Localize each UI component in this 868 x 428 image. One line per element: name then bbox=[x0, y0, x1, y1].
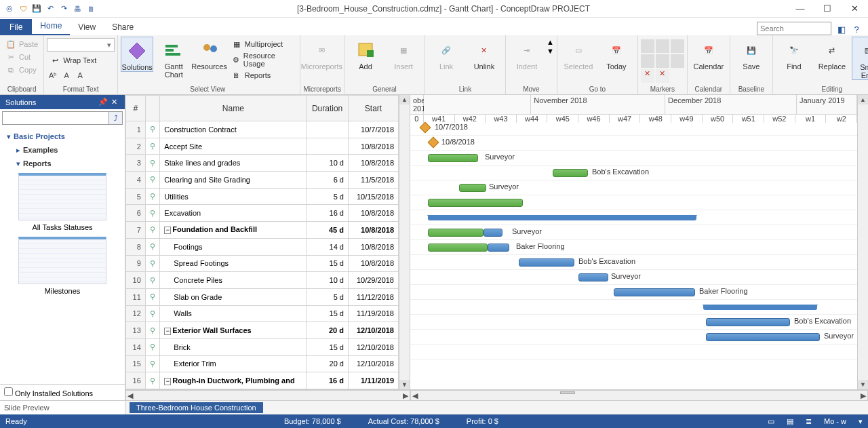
table-row[interactable]: 5⚲Utilities5 d10/15/2018 bbox=[126, 188, 399, 205]
cut-button[interactable]: ✂Cut bbox=[3, 51, 41, 63]
table-row[interactable]: 16⚲−Rough-in Ductwork, Plumbing and16 d1… bbox=[126, 372, 399, 389]
table-row[interactable]: 13⚲−Exterior Wall Surfaces20 d12/10/2018 bbox=[126, 322, 399, 339]
gantt-row[interactable]: 10/7/2018 bbox=[410, 121, 857, 136]
search-input[interactable] bbox=[757, 22, 831, 35]
save-icon[interactable]: 💾 bbox=[31, 3, 42, 14]
task-bar[interactable] bbox=[428, 244, 488, 252]
gantt-row[interactable]: Bob's Excavation bbox=[410, 166, 857, 180]
gantt-row[interactable]: Surveyor bbox=[410, 330, 857, 345]
col-num[interactable]: # bbox=[126, 96, 146, 121]
gantt-row[interactable] bbox=[410, 345, 857, 359]
status-view-icon3[interactable]: ≣ bbox=[806, 417, 812, 426]
calendar-button[interactable]: 📅Calendar bbox=[690, 37, 727, 71]
status-view-icon2[interactable]: ▤ bbox=[787, 417, 793, 426]
font-color-icon[interactable]: Aᵇ bbox=[47, 69, 59, 81]
task-bar[interactable] bbox=[488, 244, 509, 252]
indent-button[interactable]: ⇥Indent bbox=[509, 37, 545, 71]
gantt-row[interactable]: Surveyor bbox=[410, 180, 857, 195]
task-bar[interactable] bbox=[706, 333, 820, 341]
grid-vscroll[interactable]: ▲▼ bbox=[399, 95, 410, 389]
table-row[interactable]: 15⚲Exterior Trim20 d12/10/2018 bbox=[126, 355, 399, 372]
move-up-icon[interactable]: ▲ bbox=[547, 38, 554, 46]
print-icon[interactable]: 🖶 bbox=[72, 3, 83, 14]
task-bar[interactable] bbox=[428, 199, 523, 207]
panel-toggle-icon[interactable]: ◧ bbox=[835, 23, 848, 35]
col-start[interactable]: Start bbox=[348, 96, 398, 121]
today-button[interactable]: 📅Today bbox=[598, 37, 635, 71]
task-bar[interactable] bbox=[519, 258, 574, 267]
task-bar[interactable] bbox=[484, 229, 502, 237]
close-button[interactable]: ✕ bbox=[841, 0, 868, 18]
unlink-button[interactable]: ✕Unlink bbox=[466, 37, 502, 71]
minimize-button[interactable]: — bbox=[787, 0, 814, 18]
target-icon[interactable]: ◎ bbox=[4, 3, 15, 14]
tree-reports[interactable]: ▾Reports bbox=[4, 157, 121, 170]
help-icon[interactable]: ? bbox=[850, 23, 863, 35]
maximize-button[interactable]: ☐ bbox=[814, 0, 841, 18]
gantt-row[interactable] bbox=[410, 195, 857, 210]
font-select[interactable]: ▾ bbox=[47, 38, 115, 52]
view-tab[interactable]: View bbox=[70, 19, 104, 35]
smart-enter-button[interactable]: ⌨Smart Enter bbox=[852, 37, 868, 80]
gantt-row[interactable]: Bob's Excavation bbox=[410, 315, 857, 330]
only-installed-checkbox[interactable]: Only Installed Solutions bbox=[4, 389, 93, 397]
status-zoom[interactable]: Mo - w bbox=[824, 417, 846, 425]
sheet-tab[interactable]: Three-Bedroom House Construction bbox=[130, 402, 263, 413]
table-row[interactable]: 4⚲Clearing and Site Grading6 d11/5/2018 bbox=[126, 172, 399, 189]
table-row[interactable]: 1⚲Construction Contract10/7/2018 bbox=[126, 121, 399, 138]
summary-bar[interactable] bbox=[703, 305, 817, 310]
home-tab[interactable]: Home bbox=[32, 18, 70, 35]
gantt-row[interactable]: Surveyor bbox=[410, 270, 857, 285]
close-panel-icon[interactable]: ✕ bbox=[108, 98, 119, 106]
font-bigger-icon[interactable]: A bbox=[74, 69, 86, 81]
reports-button[interactable]: 🗎Reports bbox=[229, 69, 295, 81]
pin-icon[interactable]: 📌 bbox=[98, 98, 108, 106]
gantt-row[interactable]: Baker Flooring bbox=[410, 285, 857, 300]
resource-usage-button[interactable]: ⚙Resource Usage bbox=[229, 51, 295, 69]
task-bar[interactable] bbox=[428, 154, 478, 162]
col-name[interactable]: Name bbox=[160, 96, 307, 121]
replace-button[interactable]: ⇄Replace bbox=[814, 37, 850, 71]
link-button[interactable]: 🔗Link bbox=[428, 37, 465, 71]
resources-button[interactable]: Resources bbox=[191, 37, 227, 71]
table-row[interactable]: 14⚲Brick15 d12/10/2018 bbox=[126, 338, 399, 355]
undo-icon[interactable]: ↶ bbox=[45, 3, 56, 14]
milestone-icon[interactable] bbox=[428, 137, 439, 149]
wrap-text-button[interactable]: ↩Wrap Text bbox=[47, 54, 115, 66]
shield-icon[interactable]: 🛡 bbox=[18, 3, 28, 14]
task-bar[interactable] bbox=[459, 184, 486, 192]
table-row[interactable]: 2⚲Accept Site10/8/2018 bbox=[126, 138, 399, 155]
table-row[interactable]: 10⚲Concrete Piles10 d10/29/2018 bbox=[126, 272, 399, 289]
gantt-row[interactable]: Surveyor bbox=[410, 225, 857, 240]
task-bar[interactable] bbox=[578, 273, 608, 281]
multiproject-button[interactable]: ▦Multiproject bbox=[229, 38, 295, 50]
font-smaller-icon[interactable]: A bbox=[60, 69, 73, 81]
summary-bar[interactable] bbox=[428, 215, 696, 220]
move-down-icon[interactable]: ▼ bbox=[547, 47, 554, 55]
gantt-row[interactable]: 10/8/2018 bbox=[410, 136, 857, 151]
grid-hscroll[interactable]: ◀▶ bbox=[125, 390, 410, 401]
solutions-button[interactable]: Solutions bbox=[121, 37, 153, 72]
table-row[interactable]: 6⚲Excavation16 d10/8/2018 bbox=[126, 205, 399, 222]
gantt-row[interactable]: Surveyor bbox=[410, 151, 857, 166]
tree-basic-projects[interactable]: ▾Basic Projects bbox=[4, 130, 121, 143]
table-row[interactable]: 7⚲−Foundation and Backfill45 d10/8/2018 bbox=[126, 222, 399, 239]
task-bar[interactable] bbox=[614, 288, 695, 296]
solutions-search-button[interactable]: ⤴ bbox=[109, 111, 123, 125]
doc-icon[interactable]: 🗎 bbox=[85, 3, 96, 14]
add-button[interactable]: Add bbox=[347, 37, 384, 71]
gantt-row[interactable]: Baker Flooring bbox=[410, 240, 857, 255]
baseline-save-button[interactable]: 💾Save bbox=[733, 37, 770, 71]
table-row[interactable]: 12⚲Walls15 d11/19/2018 bbox=[126, 305, 399, 322]
redo-icon[interactable]: ↷ bbox=[58, 3, 69, 14]
table-row[interactable]: 8⚲Footings14 d10/8/2018 bbox=[126, 238, 399, 255]
task-bar[interactable] bbox=[706, 318, 790, 326]
status-view-icon1[interactable]: ▭ bbox=[768, 417, 774, 426]
thumb-all-tasks[interactable]: All Tasks Statuses bbox=[4, 173, 121, 231]
gantt-hscroll[interactable]: ◀▶ bbox=[410, 390, 868, 401]
milestone-icon[interactable] bbox=[420, 122, 431, 134]
gantt-row[interactable] bbox=[410, 300, 857, 315]
task-bar[interactable] bbox=[553, 169, 588, 177]
copy-button[interactable]: ⧉Copy bbox=[3, 64, 41, 76]
file-tab[interactable]: File bbox=[0, 19, 32, 35]
